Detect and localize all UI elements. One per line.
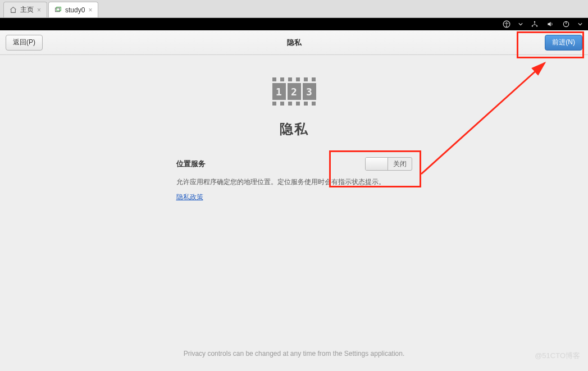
accessibility-icon[interactable]: [503, 20, 510, 28]
page-title: 隐私: [0, 120, 588, 138]
forward-button[interactable]: 前进(N): [545, 35, 582, 51]
window-stack-icon: [54, 6, 62, 13]
close-icon[interactable]: ×: [37, 6, 41, 14]
toggle-state-label: 关闭: [388, 159, 412, 169]
system-topbar: [0, 18, 588, 30]
chevron-down-icon[interactable]: [518, 22, 523, 26]
tab-home[interactable]: 主页 ×: [3, 2, 47, 17]
headerbar: 返回(P) 隐私 前进(N): [0, 30, 588, 55]
location-service-row: 位置服务 关闭: [176, 157, 412, 171]
browser-tabstrip: 主页 × study0 ×: [0, 0, 588, 18]
svg-point-6: [536, 25, 537, 26]
watermark: @51CTO博客: [535, 351, 580, 361]
toggle-knob: [366, 158, 388, 170]
home-icon: [10, 6, 17, 13]
back-button[interactable]: 返回(P): [6, 35, 43, 51]
chevron-down-icon[interactable]: [578, 22, 582, 26]
footer-note: Privacy controls can be changed at any t…: [0, 350, 588, 358]
svg-point-4: [534, 21, 535, 22]
location-service-description: 允许应用程序确定您的地理位置。定位服务使用时会有指示状态提示。: [176, 177, 412, 187]
network-icon[interactable]: [531, 20, 539, 28]
volume-icon[interactable]: [546, 20, 554, 28]
tab-home-label: 主页: [20, 5, 34, 15]
privacy-digit: 2: [288, 83, 301, 100]
power-icon[interactable]: [562, 20, 570, 28]
svg-rect-1: [57, 7, 61, 11]
tab-study[interactable]: study0 ×: [48, 2, 98, 17]
privacy-123-icon: 1 2 3: [272, 77, 316, 111]
svg-point-3: [506, 22, 507, 23]
location-service-toggle[interactable]: 关闭: [365, 157, 412, 171]
setting-block: 位置服务 关闭 允许应用程序确定您的地理位置。定位服务使用时会有指示状态提示。 …: [176, 157, 412, 202]
tab-study-label: study0: [65, 6, 85, 14]
location-service-label: 位置服务: [176, 159, 206, 169]
privacy-digit: 3: [303, 83, 316, 100]
close-icon[interactable]: ×: [88, 6, 92, 14]
svg-rect-0: [56, 8, 60, 12]
privacy-digit: 1: [272, 83, 286, 100]
svg-point-5: [532, 25, 533, 26]
header-title: 隐私: [287, 38, 302, 48]
privacy-policy-link[interactable]: 隐私政策: [176, 193, 203, 201]
content-area: 1 2 3 隐私 位置服务 关闭 允许应用程序确定您的地理位置。定位服务使用时会…: [0, 55, 588, 371]
